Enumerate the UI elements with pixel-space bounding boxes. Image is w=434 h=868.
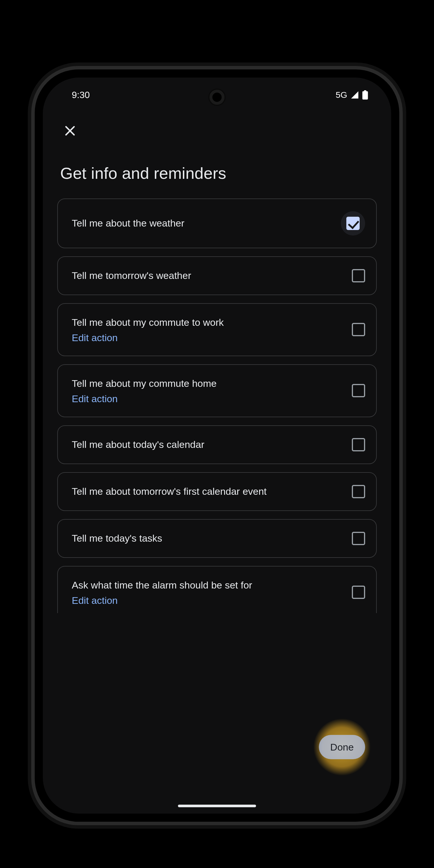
content-area: Get info and reminders Tell me about the…: [43, 115, 391, 814]
phone-frame: 9:30 5G Get info and reminders Tell me a…: [35, 69, 399, 822]
done-button-wrap: Done: [313, 718, 371, 776]
checkbox[interactable]: [352, 532, 365, 545]
close-icon: [63, 124, 77, 138]
option-label: Tell me tomorrow's weather: [72, 269, 343, 282]
option-card-alarm-time[interactable]: Ask what time the alarm should be set fo…: [57, 566, 377, 613]
edit-action-link[interactable]: Edit action: [72, 595, 343, 606]
option-card-today-tasks[interactable]: Tell me today's tasks: [57, 519, 377, 558]
battery-icon: [362, 90, 368, 99]
status-right: 5G: [336, 90, 368, 100]
svg-rect-0: [362, 91, 368, 99]
stage: 9:30 5G Get info and reminders Tell me a…: [0, 0, 434, 868]
option-label: Tell me about tomorrow's first calendar …: [72, 485, 343, 498]
option-card-today-calendar[interactable]: Tell me about today's calendar: [57, 425, 377, 464]
checkbox[interactable]: [352, 384, 365, 397]
option-card-commute-work[interactable]: Tell me about my commute to work Edit ac…: [57, 303, 377, 356]
option-card-weather[interactable]: Tell me about the weather: [57, 198, 377, 248]
nav-bar-pill[interactable]: [178, 805, 256, 807]
checkbox[interactable]: [352, 438, 365, 452]
checkbox[interactable]: [352, 485, 365, 498]
svg-rect-1: [364, 90, 366, 92]
status-bar: 9:30 5G: [43, 78, 391, 112]
option-card-commute-home[interactable]: Tell me about my commute home Edit actio…: [57, 364, 377, 417]
status-time: 9:30: [72, 90, 90, 100]
option-label: Ask what time the alarm should be set fo…: [72, 579, 343, 592]
signal-icon: [350, 91, 359, 99]
option-label: Tell me about the weather: [72, 217, 332, 230]
page-title: Get info and reminders: [60, 164, 377, 183]
option-label: Tell me about my commute home: [72, 377, 343, 390]
checkbox[interactable]: [346, 217, 360, 230]
checkbox[interactable]: [352, 586, 365, 599]
option-card-tomorrow-weather[interactable]: Tell me tomorrow's weather: [57, 256, 377, 295]
network-label: 5G: [336, 90, 347, 100]
option-label: Tell me today's tasks: [72, 532, 343, 545]
phone-screen: 9:30 5G Get info and reminders Tell me a…: [43, 78, 391, 814]
edit-action-link[interactable]: Edit action: [72, 332, 343, 343]
edit-action-link[interactable]: Edit action: [72, 393, 343, 404]
close-button[interactable]: [63, 124, 77, 138]
checkbox-halo: [341, 211, 365, 236]
done-button-label: Done: [330, 742, 353, 753]
checkbox[interactable]: [352, 269, 365, 282]
option-card-tomorrow-calendar[interactable]: Tell me about tomorrow's first calendar …: [57, 472, 377, 511]
option-label: Tell me about my commute to work: [72, 316, 343, 329]
done-button[interactable]: Done: [319, 735, 365, 759]
options-list: Tell me about the weather Tell me tomorr…: [57, 198, 377, 613]
option-label: Tell me about today's calendar: [72, 438, 343, 452]
checkbox[interactable]: [352, 323, 365, 336]
